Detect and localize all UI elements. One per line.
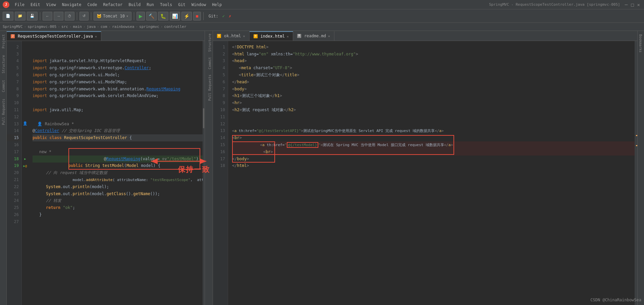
html-file-icon-ok: H [217,34,221,38]
tab-label-index: index.html [261,34,285,39]
sidebar-label-project[interactable]: Project [0,31,6,52]
run-btn[interactable]: ▶ [137,12,145,20]
tab-index-html[interactable]: H index.html ✕ [250,31,293,41]
gutter-run-18[interactable]: ▶ [24,157,26,161]
line-num-3: 3 [7,51,21,58]
breadcrumb-controller[interactable]: controller [164,25,186,29]
tab-close-index[interactable]: ✕ [287,35,289,38]
menu-refactor[interactable]: Refactor [100,2,125,8]
breadcrumb-src[interactable]: src [61,25,68,29]
minimize-btn[interactable]: ─ [625,2,628,7]
rcode-15: <a th:href="@{/testModel}">测试在 Spring MV… [232,141,635,148]
breadcrumb-rainbowsea[interactable]: rainbowsea [112,25,134,29]
line-num-6: 6 [7,72,21,79]
open-btn[interactable]: 📁 [15,12,25,20]
rln-10: 10 [213,106,228,114]
menu-git[interactable]: Git [175,2,188,8]
close-btn[interactable]: ✕ [637,2,640,7]
code-line-23: System.out.println(model.getClass().getN… [33,190,203,198]
menu-window[interactable]: Window [189,2,209,8]
menu-file[interactable]: File [12,2,27,8]
rcode-17: </body> [232,156,635,163]
tab-close-ok[interactable]: ✕ [243,34,245,38]
line-num-23: 23 [7,190,21,198]
code-line-3 [33,51,203,58]
line-num-27: 27 [7,218,21,225]
code-line-26: } [33,211,203,218]
code-line-7: import org.springframework.ui.ModelMap; [33,79,203,86]
line-num-11: 11 [7,106,21,114]
watermark: CSDN @ChinaRainbowSea [590,298,641,302]
menu-code[interactable]: Code [85,2,100,8]
left-code-editor[interactable]: 2 3 4 5 6 7 8 9 10 11 12 13 14 15 16 17 … [7,41,205,305]
line-num-18: 18 [7,156,21,163]
code-line-10 [33,99,203,106]
menu-tools[interactable]: Tools [157,2,175,8]
breadcrumb-com[interactable]: com [101,25,107,29]
menu-help[interactable]: Help [209,2,224,8]
menu-view[interactable]: View [44,2,59,8]
code-line-25: return "ok"; [33,204,203,211]
tab-ok-html[interactable]: H ok.html ✕ [213,31,250,41]
line-num-17: 17 [7,148,21,156]
breadcrumb-springmvc[interactable]: SpringMVC [3,25,23,29]
breadcrumb-project[interactable]: springmvc-005 [28,25,56,29]
vertical-label-structure[interactable]: Structure [205,31,213,54]
build-btn[interactable]: 🔨 [146,12,157,20]
rcode-8: <h1>测试三个域对象</h1> [232,93,635,100]
code-line-13: 👤 RainbowSea * [33,121,203,128]
menu-build[interactable]: Build [126,2,143,8]
maximize-btn[interactable]: □ [631,2,634,7]
rln-8: 8 [213,93,228,100]
forward-btn[interactable]: → [54,12,63,20]
rln-11: 11 [213,114,228,121]
right-code-content[interactable]: <!DOCTYPE html> <html lang="en" xmlns:th… [228,41,635,305]
menu-edit[interactable]: Edit [28,2,43,8]
profile-btn[interactable]: ⚡ [181,12,192,20]
left-sidebar-icons: Project Structure Commit Pull Requests [0,31,7,305]
right-scrollbar[interactable] [635,41,637,305]
sidebar-label-commit[interactable]: Commit [0,77,6,95]
vertical-label-commit[interactable]: Commit [205,54,213,72]
recent-btn[interactable]: ⏱ [65,12,74,20]
breadcrumb-main[interactable]: main [73,25,82,29]
back-btn[interactable]: ← [43,12,52,20]
debug-btn[interactable]: 🐛 [158,12,168,20]
line-num-2: 2 [7,44,21,51]
stop-btn[interactable]: ■ [193,12,201,20]
code-line-21: model.addAttribute( attributeName: "test… [33,176,203,183]
breadcrumb: SpringMVC › springmvc-005 › src › main ›… [0,23,644,31]
gutter-18: ▶ [24,156,26,163]
menu-run[interactable]: Run [144,2,157,8]
left-scrollbar[interactable] [203,41,205,305]
rln-4: 4 [213,64,228,72]
rcode-1: <!DOCTYPE html> [232,44,635,51]
line-num-9: 9 [7,93,21,100]
left-code-content[interactable]: import jakarta.servlet.http.HttpServletR… [29,41,203,305]
right-code-editor[interactable]: 1 2 3 4 5 6 7 8 9 10 11 12 13 14 15 16 1… [213,41,637,305]
right-sidebar: Bookmarks [637,31,644,305]
rln-18: 18 [213,163,228,170]
left-scrollbar-thumb[interactable] [203,108,204,128]
sidebar-label-structure[interactable]: Structure [0,52,6,77]
breadcrumb-springmvc2[interactable]: springmvc [139,25,159,29]
sidebar-label-pull-requests[interactable]: Pull Requests [0,95,6,128]
rln-3: 3 [213,58,228,65]
line-num-21: 21 [7,176,21,183]
new-file-btn[interactable]: 📄 [3,12,13,20]
revert-btn[interactable]: ↺ [79,12,89,20]
tab-request-scope-controller[interactable]: J RequestScopeTestController.java ✕ [7,31,101,41]
save-btn[interactable]: 💾 [27,12,38,20]
tab-close-controller[interactable]: ✕ [95,35,97,38]
rln-7: 7 [213,86,228,93]
menu-navigate[interactable]: Navigate [59,2,84,8]
git-check-icon: ✓ [222,14,225,18]
right-sidebar-label-bookmarks[interactable]: Bookmarks [638,31,644,56]
tab-close-readme[interactable]: ✕ [328,34,330,38]
tomcat-dropdown[interactable]: 🐱 Tomcat 10 ▾ [94,12,131,20]
coverage-btn[interactable]: 📊 [170,12,180,20]
breadcrumb-java[interactable]: java [87,25,96,29]
tab-readme[interactable]: M readme.md ✕ [293,31,334,41]
vertical-label-pull-requests[interactable]: Pull Requests [205,72,213,103]
rln-16: 16 [213,148,228,156]
